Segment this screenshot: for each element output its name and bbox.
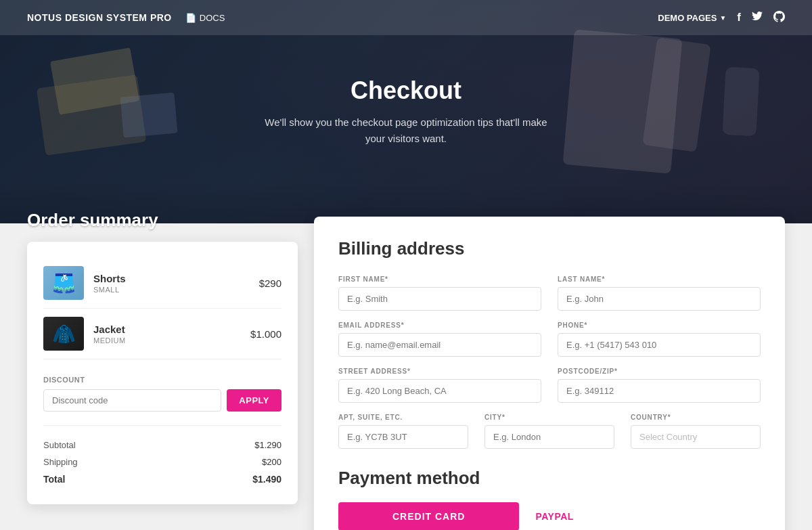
order-item-jacket: Jacket MEDIUM $1.000 [43, 309, 281, 359]
shipping-value: $200 [262, 457, 281, 467]
phone-label: PHONE* [558, 322, 761, 329]
apt-label: APT, SUITE, ETC. [338, 414, 468, 421]
postcode-group: POSTCODE/ZIP* [558, 368, 761, 403]
jacket-price: $1.000 [250, 328, 281, 340]
email-label: EMAIL ADDRESS* [338, 322, 541, 329]
payment-title: Payment method [338, 468, 761, 489]
country-label: COUNTRY* [631, 414, 761, 421]
street-input[interactable] [338, 379, 541, 403]
hero-title: Checkout [264, 76, 548, 105]
hero-content: Checkout We'll show you the checkout pag… [264, 76, 548, 147]
credit-card-button[interactable]: CREDIT CARD [338, 502, 519, 530]
shorts-info: Shorts SMALL [93, 273, 250, 294]
jacket-name: Jacket [93, 324, 241, 335]
street-group: STREET ADDRESS* [338, 368, 541, 403]
paypal-button[interactable]: PAYPAL [535, 511, 573, 522]
twitter-icon[interactable] [752, 11, 763, 24]
last-name-label: LAST NAME* [558, 275, 761, 283]
discount-label: DISCOUNT [43, 376, 281, 384]
country-group: COUNTRY* Select Country United States Un… [631, 414, 761, 449]
subtotal-row: Subtotal $1.290 [43, 437, 281, 454]
discount-row: APPLY [43, 389, 281, 412]
navbar: NOTUS DESIGN SYSTEM PRO 📄 DOCS DEMO PAGE… [0, 0, 812, 35]
shipping-label: Shipping [43, 457, 78, 467]
billing-row-3: APT, SUITE, ETC. CITY* COUNTRY* Select C… [338, 414, 761, 449]
first-name-label: FIRST NAME* [338, 275, 541, 283]
hero-deco-4 [722, 67, 759, 136]
order-summary-title: Order summary [27, 210, 298, 231]
main-container: Order summary Shorts SMALL $290 Jacket M… [0, 203, 812, 530]
subtotal-label: Subtotal [43, 440, 76, 450]
jacket-size: MEDIUM [93, 336, 241, 345]
brand-name: NOTUS DESIGN SYSTEM PRO [27, 12, 172, 23]
phone-input[interactable] [558, 333, 761, 357]
subtotal-value: $1.290 [254, 440, 281, 450]
postcode-label: POSTCODE/ZIP* [558, 368, 761, 375]
hero-subtitle: We'll show you the checkout page optimiz… [264, 114, 548, 147]
first-name-input[interactable] [338, 287, 541, 311]
shorts-size: SMALL [93, 286, 250, 294]
total-row: Total $1.490 [43, 470, 281, 488]
city-label: CITY* [484, 414, 614, 421]
apt-group: APT, SUITE, ETC. [338, 414, 468, 449]
order-summary-section: Order summary Shorts SMALL $290 Jacket M… [27, 203, 298, 504]
payment-methods: CREDIT CARD PAYPAL [338, 502, 761, 530]
total-label: Total [43, 474, 65, 485]
hero-deco-2 [120, 93, 178, 138]
navbar-right: DEMO PAGES ▼ f [658, 11, 785, 25]
city-input[interactable] [484, 425, 614, 449]
billing-title: Billing address [338, 238, 761, 259]
apply-button[interactable]: APPLY [227, 389, 281, 412]
chevron-down-icon: ▼ [719, 14, 726, 22]
street-label: STREET ADDRESS* [338, 368, 541, 375]
demo-pages-button[interactable]: DEMO PAGES ▼ [658, 13, 726, 23]
facebook-icon[interactable]: f [737, 11, 741, 24]
docs-link[interactable]: 📄 DOCS [185, 13, 225, 23]
discount-section: DISCOUNT APPLY [43, 373, 281, 412]
billing-form: FIRST NAME* LAST NAME* EMAIL ADDRESS* PH… [338, 275, 761, 403]
shipping-row: Shipping $200 [43, 454, 281, 470]
shorts-price: $290 [259, 278, 281, 289]
email-input[interactable] [338, 333, 541, 357]
first-name-group: FIRST NAME* [338, 275, 541, 311]
order-card: Shorts SMALL $290 Jacket MEDIUM $1.000 D… [27, 242, 298, 504]
apt-input[interactable] [338, 425, 468, 449]
shorts-image [43, 266, 84, 300]
shorts-name: Shorts [93, 273, 250, 284]
totals-section: Subtotal $1.290 Shipping $200 Total $1.4… [43, 425, 281, 488]
last-name-group: LAST NAME* [558, 275, 761, 311]
github-icon[interactable] [773, 11, 785, 25]
discount-input[interactable] [43, 389, 221, 412]
email-group: EMAIL ADDRESS* [338, 322, 541, 357]
docs-icon: 📄 [185, 13, 196, 23]
country-select[interactable]: Select Country United States United King… [631, 425, 761, 449]
phone-group: PHONE* [558, 322, 761, 357]
order-item-shorts: Shorts SMALL $290 [43, 258, 281, 309]
total-value: $1.490 [252, 474, 281, 485]
billing-section: Billing address FIRST NAME* LAST NAME* E… [314, 217, 785, 530]
jacket-info: Jacket MEDIUM [93, 324, 241, 345]
city-group: CITY* [484, 414, 614, 449]
last-name-input[interactable] [558, 287, 761, 311]
postcode-input[interactable] [558, 379, 761, 403]
jacket-image [43, 317, 84, 351]
